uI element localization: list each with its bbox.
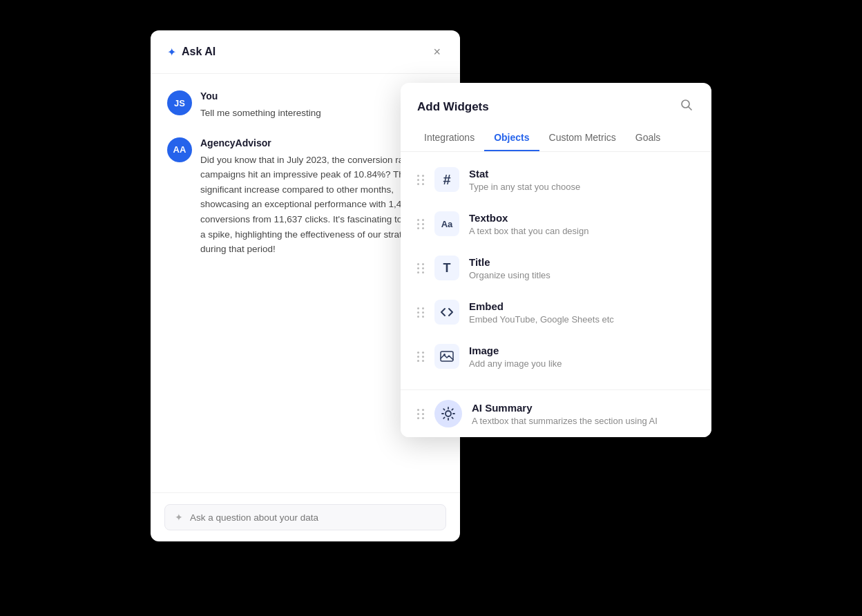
embed-name: Embed (469, 300, 614, 312)
svg-line-1 (689, 107, 692, 110)
list-item[interactable]: # Stat Type in any stat you choose (401, 157, 711, 202)
add-widgets-panel: Add Widgets Integrations Objects Custom … (401, 83, 711, 437)
image-desc: Add any image you like (469, 358, 562, 369)
textbox-info: Textbox A text box that you can design (469, 212, 588, 236)
textbox-desc: A text box that you can design (469, 226, 588, 236)
tab-integrations[interactable]: Integrations (414, 125, 484, 151)
drag-handle (417, 263, 425, 273)
user-message-text: Tell me something interesting (200, 106, 321, 121)
list-item[interactable]: Embed Embed YouTube, Google Sheets etc (401, 290, 711, 334)
stat-desc: Type in any stat you choose (469, 182, 580, 192)
ai-summary-item[interactable]: AI Summary A textbox that summarizes the… (401, 389, 711, 437)
ai-summary-icon (434, 400, 462, 427)
drag-handle (417, 352, 425, 362)
user-message-content: You Tell me something interesting (200, 90, 321, 121)
close-ask-ai-button[interactable]: × (430, 44, 443, 59)
stat-name: Stat (469, 168, 580, 180)
ask-ai-panel-title: Ask AI (182, 46, 216, 58)
search-icon (680, 98, 693, 112)
title-icon: T (434, 256, 459, 280)
embed-desc: Embed YouTube, Google Sheets etc (469, 314, 614, 325)
ai-gear-icon (441, 406, 456, 421)
widgets-list: # Stat Type in any stat you choose Aa Te… (401, 152, 711, 387)
embed-info: Embed Embed YouTube, Google Sheets etc (469, 300, 614, 325)
textbox-name: Textbox (469, 212, 588, 224)
embed-icon (434, 300, 459, 325)
add-widgets-header: Add Widgets (401, 83, 711, 117)
sparkle-icon: ✦ (167, 46, 176, 59)
title-widget-name: Title (469, 256, 550, 268)
tab-custom-metrics[interactable]: Custom Metrics (539, 125, 626, 151)
tabs-row: Integrations Objects Custom Metrics Goal… (401, 125, 711, 152)
ask-ai-header: ✦ Ask AI × (151, 30, 460, 74)
input-sparkle-icon: ✦ (175, 512, 183, 523)
ai-summary-desc: A textbox that summarizes the section us… (472, 416, 658, 426)
stat-icon: # (434, 167, 459, 192)
image-icon (434, 344, 459, 369)
list-item[interactable]: T Title Organize using titles (401, 246, 711, 290)
image-widget-icon (440, 351, 454, 362)
stat-info: Stat Type in any stat you choose (469, 168, 580, 192)
list-item[interactable]: Image Add any image you like (401, 334, 711, 378)
ai-summary-info: AI Summary A textbox that summarizes the… (472, 402, 658, 426)
ai-summary-name: AI Summary (472, 402, 658, 414)
drag-handle (417, 307, 425, 318)
ask-ai-input-row: ✦ (164, 504, 446, 530)
add-widgets-title: Add Widgets (417, 100, 489, 114)
tab-objects[interactable]: Objects (484, 125, 539, 151)
user-message-sender: You (200, 90, 321, 102)
ask-ai-input[interactable] (190, 512, 436, 523)
embed-code-icon (440, 307, 454, 317)
textbox-icon: Aa (434, 211, 459, 236)
drag-handle (417, 175, 425, 185)
title-desc: Organize using titles (469, 270, 550, 280)
ask-ai-input-area: ✦ (151, 492, 460, 541)
ask-ai-title-row: ✦ Ask AI (167, 46, 216, 59)
image-info: Image Add any image you like (469, 345, 562, 369)
drag-handle (417, 219, 425, 229)
title-info: Title Organize using titles (469, 256, 550, 280)
list-item[interactable]: Aa Textbox A text box that you can desig… (401, 202, 711, 246)
search-widgets-button[interactable] (678, 97, 695, 117)
tab-goals[interactable]: Goals (626, 125, 671, 151)
svg-point-4 (446, 411, 451, 416)
image-name: Image (469, 345, 562, 356)
ai-avatar: AA (167, 137, 192, 162)
drag-handle (417, 409, 425, 419)
user-avatar: JS (167, 90, 192, 115)
